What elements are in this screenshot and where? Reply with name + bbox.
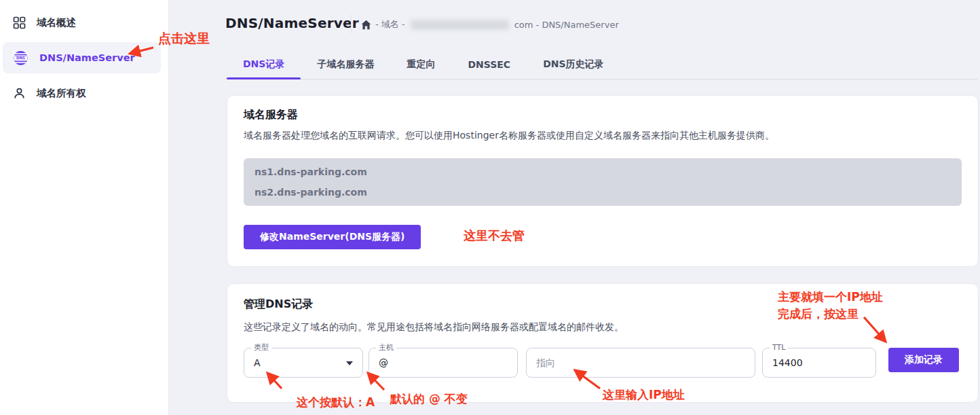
grid-icon [13, 16, 26, 29]
annotation-points-tip: 这里输入IP地址 [603, 387, 685, 403]
annotation-ignore-this: 这里不去管 [464, 228, 525, 244]
sidebar-item-label: DNS/NameServer [39, 52, 135, 63]
breadcrumb-prefix: - 域名 - [375, 18, 405, 31]
chevron-down-icon [346, 361, 353, 365]
tab-dns-history[interactable]: DNS历史记录 [527, 50, 620, 79]
tab-bar: DNS记录 子域名服务器 重定向 DNSSEC DNS历史记录 [227, 50, 978, 79]
annotation-main-tip-line1: 主要就填一个IP地址 [778, 289, 883, 305]
breadcrumb: - 域名 - com - DNS/NameServer [361, 18, 619, 31]
ttl-field[interactable]: TTL [762, 348, 876, 378]
annotation-host-tip: 默认的 @ 不变 [390, 391, 468, 407]
nameserver-card-title: 域名服务器 [244, 108, 298, 122]
nameserver-list: ns1.dns-parking.com ns2.dns-parking.com [244, 158, 962, 206]
nameserver-1: ns1.dns-parking.com [255, 166, 951, 177]
dns-globe-icon: DNS [13, 50, 29, 66]
add-record-button[interactable]: 添加记录 [888, 348, 959, 372]
person-icon [13, 87, 26, 100]
svg-text:DNS: DNS [16, 56, 25, 60]
sidebar: 域名概述 DNS DNS/NameServer 域名所有权 [0, 0, 169, 415]
blurred-domain [411, 20, 509, 30]
record-type-value: A [254, 357, 261, 368]
ttl-input[interactable] [772, 357, 866, 368]
sidebar-item-domain-ownership[interactable]: 域名所有权 [3, 77, 161, 109]
host-label: 主机 [376, 343, 396, 353]
host-input[interactable] [379, 357, 508, 368]
record-type-label: 类型 [251, 343, 271, 353]
annotation-main-tip-line2: 完成后，按这里 [778, 306, 859, 322]
annotation-click-here: 点击这里 [158, 30, 210, 48]
points-to-field[interactable] [526, 348, 755, 378]
tab-dns-records[interactable]: DNS记录 [227, 50, 301, 79]
dns-records-card-title: 管理DNS记录 [244, 297, 313, 312]
record-type-select[interactable]: 类型 A [244, 348, 363, 378]
nameserver-card: 域名服务器 域名服务器处理您域名的互联网请求。您可以使用Hostinger名称服… [227, 95, 979, 267]
home-icon[interactable] [361, 20, 371, 30]
tab-child-nameservers[interactable]: 子域名服务器 [301, 50, 390, 79]
sidebar-item-domain-overview[interactable]: 域名概述 [3, 7, 161, 38]
page-title: DNS/NameServer [225, 15, 359, 31]
tab-redirects[interactable]: 重定向 [390, 50, 451, 79]
change-nameserver-button[interactable]: 修改NameServer(DNS服务器) [244, 225, 421, 249]
ttl-label: TTL [770, 343, 788, 353]
breadcrumb-suffix: com - DNS/NameServer [514, 20, 619, 30]
sidebar-item-label: 域名所有权 [37, 87, 86, 100]
main-content: DNS/NameServer - 域名 - com - DNS/NameServ… [169, 0, 980, 415]
nameserver-2: ns2.dns-parking.com [255, 187, 951, 198]
dns-records-card-description: 这些记录定义了域名的动向。常见用途包括将域名指向网络服务器或配置域名的邮件收发。 [244, 321, 624, 333]
sidebar-item-label: 域名概述 [37, 16, 76, 29]
annotation-type-tip: 这个按默认：A [297, 395, 375, 410]
sidebar-item-dns-nameserver[interactable]: DNS DNS/NameServer [3, 42, 161, 73]
host-field[interactable]: 主机 [369, 348, 518, 378]
nameserver-card-description: 域名服务器处理您域名的互联网请求。您可以使用Hostinger名称服务器或使用自… [244, 130, 774, 142]
tab-dnssec[interactable]: DNSSEC [451, 50, 527, 79]
header-divider [351, 14, 352, 33]
add-record-form: 类型 A 主机 TTL 添加记录 [244, 348, 962, 378]
points-to-input[interactable] [536, 357, 745, 368]
